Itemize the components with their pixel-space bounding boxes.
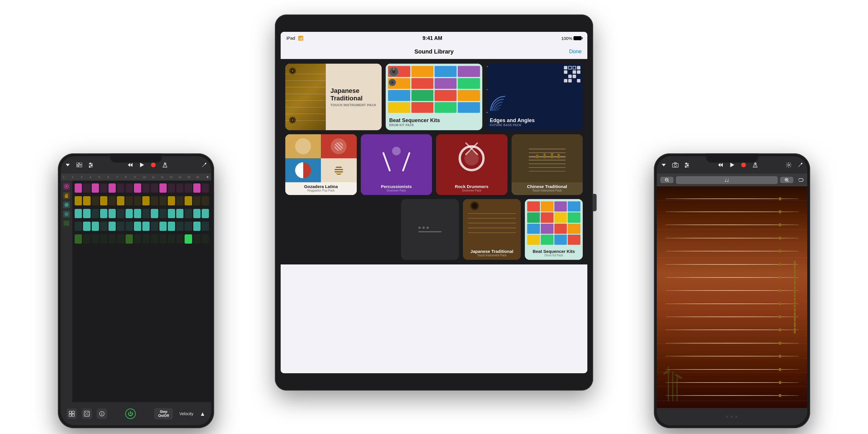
dropdown-icon[interactable] <box>64 161 71 168</box>
pack-rock-drummers[interactable]: Rock Drummers Drummer Pack <box>436 134 507 195</box>
guzheng-instrument[interactable] <box>657 186 807 408</box>
step-cell[interactable] <box>92 222 99 231</box>
step-cell[interactable] <box>134 222 141 231</box>
step-cell[interactable] <box>185 183 192 193</box>
step-cell[interactable] <box>75 235 82 244</box>
step-cell[interactable] <box>202 196 209 206</box>
camera-icon[interactable] <box>672 161 679 168</box>
track-icon-1[interactable] <box>63 183 70 190</box>
step-cell[interactable] <box>168 235 175 244</box>
wrench-icon-right[interactable] <box>797 161 804 168</box>
step-cell[interactable] <box>117 235 124 244</box>
step-cell[interactable] <box>168 196 175 206</box>
step-cell[interactable] <box>75 209 82 218</box>
dropdown-icon-right[interactable] <box>660 161 667 168</box>
step-cell[interactable] <box>193 196 200 206</box>
step-cell[interactable] <box>92 183 99 193</box>
step-cell[interactable] <box>151 222 158 231</box>
step-cell[interactable] <box>193 183 200 193</box>
step-cell[interactable] <box>159 209 167 218</box>
step-cell[interactable] <box>134 183 141 193</box>
pack-beat-sequencer-small[interactable]: Beat Sequencer Kits Drum Kit Pack <box>525 199 583 260</box>
track-icon-4[interactable] <box>63 211 70 218</box>
step-cell[interactable] <box>142 235 150 244</box>
dice-icon[interactable] <box>82 408 92 419</box>
track-icon-5[interactable] <box>63 220 70 227</box>
track-icon-3[interactable] <box>63 202 70 208</box>
step-cell[interactable] <box>151 209 158 218</box>
step-cell[interactable] <box>83 183 90 193</box>
step-cell[interactable] <box>168 222 175 231</box>
step-cell[interactable] <box>185 222 192 231</box>
step-cell[interactable] <box>142 209 150 218</box>
step-cell[interactable] <box>202 235 209 244</box>
step-cell[interactable] <box>126 183 133 193</box>
step-cell[interactable] <box>185 209 192 218</box>
step-cell[interactable] <box>117 196 124 206</box>
step-cell[interactable] <box>168 209 175 218</box>
step-cell[interactable] <box>159 183 167 193</box>
step-cell[interactable] <box>176 222 183 231</box>
step-cell[interactable] <box>134 209 141 218</box>
step-cell[interactable] <box>83 222 90 231</box>
step-cell[interactable] <box>117 222 124 231</box>
loop-icon[interactable] <box>798 178 804 182</box>
mixer-icon-right[interactable] <box>683 161 690 168</box>
pack-chinese-traditional[interactable]: Chinese Traditional Touch Instrument Pac… <box>512 134 583 195</box>
track-icon-2[interactable] <box>63 192 70 199</box>
step-cell[interactable] <box>142 222 150 231</box>
pack-percussionists[interactable]: Percussionists Drummer Pack <box>361 134 432 195</box>
step-cell[interactable] <box>176 209 183 218</box>
step-cell[interactable] <box>100 222 107 231</box>
sections-icon[interactable] <box>76 161 83 168</box>
step-cell[interactable] <box>75 183 82 193</box>
gear-icon-right[interactable] <box>785 161 792 168</box>
zoom-out-button[interactable] <box>660 177 674 183</box>
pack-japanese-traditional-small[interactable]: Japanese Traditional Touch Instrument Pa… <box>463 199 521 260</box>
step-cell[interactable] <box>202 222 209 231</box>
step-cell[interactable] <box>176 196 183 206</box>
step-cell[interactable] <box>159 222 167 231</box>
step-cell[interactable] <box>193 222 200 231</box>
step-cell[interactable] <box>185 196 192 206</box>
step-cell[interactable] <box>126 196 133 206</box>
step-cell[interactable] <box>92 235 99 244</box>
step-on-off-button[interactable]: Step On/Off <box>154 408 173 420</box>
step-cell[interactable] <box>134 196 141 206</box>
pack-edges-angles[interactable]: Edges and Angles FUTURE BASS PACK <box>486 64 583 130</box>
step-cell[interactable] <box>83 209 90 218</box>
step-cell[interactable] <box>100 235 107 244</box>
step-cell[interactable] <box>142 183 150 193</box>
mixer-icon[interactable] <box>87 161 94 168</box>
step-cell[interactable] <box>75 196 82 206</box>
step-cell[interactable] <box>126 209 133 218</box>
step-cell[interactable] <box>117 183 124 193</box>
step-cell[interactable] <box>193 235 200 244</box>
step-cell[interactable] <box>100 209 107 218</box>
step-cell[interactable] <box>151 235 158 244</box>
add-step-icon[interactable]: + <box>206 175 209 180</box>
info-icon[interactable]: i <box>97 408 107 419</box>
step-cell[interactable] <box>151 183 158 193</box>
velocity-button[interactable]: Velocity <box>175 410 197 418</box>
done-button[interactable]: Done <box>569 49 582 55</box>
step-cell[interactable] <box>202 183 209 193</box>
note-button[interactable]: ♩♩ <box>676 176 778 184</box>
step-cell[interactable] <box>117 209 124 218</box>
step-cell[interactable] <box>75 222 82 231</box>
step-cell[interactable] <box>92 209 99 218</box>
step-cell[interactable] <box>83 196 90 206</box>
step-cell[interactable] <box>159 196 167 206</box>
step-cell[interactable] <box>168 183 175 193</box>
pack-gozadera[interactable]: Gozadera Latina Reggaeton Pop Pack <box>285 134 357 195</box>
step-cell[interactable] <box>83 235 90 244</box>
step-cell[interactable] <box>185 235 192 244</box>
step-cell[interactable] <box>126 235 133 244</box>
step-cell[interactable] <box>151 196 158 206</box>
step-cell[interactable] <box>108 209 116 218</box>
settings-icon[interactable] <box>201 161 208 168</box>
step-cell[interactable] <box>159 235 167 244</box>
step-cell[interactable] <box>100 183 107 193</box>
grid-view-icon[interactable] <box>66 408 77 419</box>
step-cell[interactable] <box>108 235 116 244</box>
